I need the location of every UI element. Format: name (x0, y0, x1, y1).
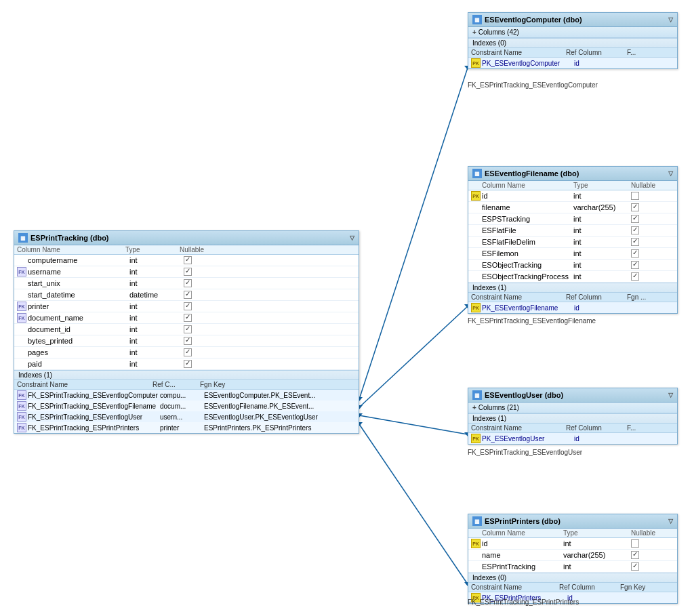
col-header-nullable: Nullable (631, 529, 665, 537)
column-headers: Column Name Type Nullable (468, 529, 677, 538)
table-icon: ▦ (18, 233, 28, 243)
table-row: computername int (14, 255, 359, 266)
table-row: FK username int (14, 266, 359, 278)
db-canvas: ▦ ESPrintTracking (dbo) ▽ Column Name Ty… (0, 0, 692, 616)
nullable-checkbox (631, 215, 639, 223)
no-icon (471, 237, 481, 247)
constraint-row: PK PK_ESEventlogComputer id (468, 58, 677, 68)
column-headers: Column Name Type Nullable (14, 245, 359, 255)
table-row: name varchar(255) (468, 550, 677, 561)
nullable-checkbox (184, 360, 192, 368)
expand-icon[interactable]: ▽ (668, 170, 673, 177)
nullable-checkbox (184, 291, 192, 299)
indexes-row: Indexes (0) (468, 38, 677, 48)
nullable-checkbox (184, 325, 192, 333)
table-esprinttracking: ▦ ESPrintTracking (dbo) ▽ Column Name Ty… (14, 230, 359, 434)
constraint-header: Constraint Name Ref Column Fgn Key (468, 583, 677, 592)
no-icon (471, 550, 481, 560)
indexes-row: Indexes (1) (468, 283, 677, 293)
constraint-header: Constraint Name Ref Column F... (468, 424, 677, 433)
no-icon (17, 279, 26, 288)
fk-label-computer: FK_ESPrintTracking_ESEventlogComputer (468, 81, 598, 89)
fk-label-printers: FK_ESPrintTracking_ESPrintPrinters (468, 598, 579, 606)
table-row: paid int (14, 358, 359, 370)
constraint-header: Constraint Name Ref Column F... (468, 48, 677, 58)
table-header: ▦ ESEventlogComputer (dbo) ▽ (468, 13, 677, 27)
table-row: ESFlatFileDelim int (468, 237, 677, 248)
constraint-row: FK FK_ESPrintTracking_ESPrintPrinters pr… (14, 422, 359, 433)
table-header: ▦ ESEventlogFilename (dbo) ▽ (468, 167, 677, 181)
table-row: start_unix int (14, 278, 359, 289)
section-header: + Columns (42) (468, 27, 677, 38)
nullable-checkbox (184, 268, 192, 276)
no-icon (471, 272, 481, 281)
col-header-type: Type (573, 182, 631, 189)
col-header-icon (471, 529, 482, 537)
fk-icon: FK (17, 412, 26, 422)
table-icon: ▦ (472, 169, 482, 178)
nullable-checkbox (631, 226, 639, 234)
svg-line-4 (359, 415, 468, 434)
expand-icon[interactable]: ▽ (668, 16, 673, 23)
table-title: ESPrintTracking (dbo) (30, 234, 109, 242)
table-title: ESEventlogFilename (dbo) (485, 169, 579, 178)
col-header-name: Column Name (17, 246, 125, 253)
svg-line-0 (359, 68, 468, 399)
table-row: filename varchar(255) (468, 202, 677, 213)
table-row: ESObjectTracking int (468, 260, 677, 271)
nullable-checkbox (184, 302, 192, 310)
indexes-row: Indexes (0) (468, 573, 677, 583)
table-header: ▦ ESPrintPrinters (dbo) ▽ (468, 514, 677, 529)
no-icon (471, 203, 481, 212)
table-row: start_datetime datetime (14, 289, 359, 301)
no-icon (471, 562, 481, 571)
indexes-row: Indexes (1) (468, 413, 677, 424)
no-icon (17, 255, 26, 265)
fk-icon: FK (17, 390, 26, 400)
nullable-checkbox (184, 348, 192, 356)
column-headers: Column Name Type Nullable (468, 181, 677, 190)
table-row: ESFilemon int (468, 248, 677, 260)
col-header-type: Type (125, 246, 180, 253)
plus-icon[interactable]: + (472, 28, 476, 36)
pk-icon: PK (471, 191, 481, 201)
constraint-row: PK PK_ESEventlogUser id (468, 433, 677, 444)
col-header-name: Column Name (482, 529, 563, 537)
fk-label-filename: FK_ESPrintTracking_ESEventlogFilename (468, 317, 596, 325)
nullable-checkbox (631, 261, 639, 269)
no-icon (471, 249, 481, 258)
col-header-icon (471, 182, 482, 189)
nullable-checkbox (631, 238, 639, 246)
constraint-row: FK FK_ESPrintTracking_ESEventlogUser use… (14, 411, 359, 422)
table-esemventlogcomputer: ▦ ESEventlogComputer (dbo) ▽ + Columns (… (468, 12, 678, 69)
nullable-checkbox (184, 279, 192, 287)
svg-line-2 (359, 306, 468, 407)
expand-icon[interactable]: ▽ (668, 518, 673, 525)
table-row: ESPrintTracking int (468, 561, 677, 573)
fk-icon: FK (17, 302, 26, 311)
col-header-nullable: Nullable (180, 246, 234, 253)
fk-label-user: FK_ESPrintTracking_ESEventlogUser (468, 449, 582, 456)
section-label: Columns (21) (479, 404, 519, 411)
no-icon (17, 290, 26, 300)
table-row: pages int (14, 347, 359, 358)
expand-icon[interactable]: ▽ (668, 392, 673, 398)
pk-icon: PK (471, 539, 481, 548)
no-icon (471, 214, 481, 224)
no-icon (471, 260, 481, 270)
no-icon (17, 325, 26, 334)
table-row: ESPSTracking int (468, 213, 677, 225)
no-icon (17, 336, 26, 346)
fk-icon: FK (17, 423, 26, 432)
constraint-row: PK PK_ESEventlogFilename id (468, 302, 677, 313)
plus-icon[interactable]: + (472, 404, 476, 411)
col-header-type: Type (563, 529, 631, 537)
nullable-checkbox (631, 249, 639, 258)
table-row: PK id int (468, 190, 677, 202)
table-icon: ▦ (472, 15, 482, 24)
constraint-header: Constraint Name Ref C... Fgn Key (14, 380, 359, 390)
no-icon (471, 226, 481, 235)
table-icon: ▦ (472, 516, 482, 526)
expand-icon[interactable]: ▽ (350, 234, 354, 241)
table-row: FK document_name int (14, 312, 359, 324)
